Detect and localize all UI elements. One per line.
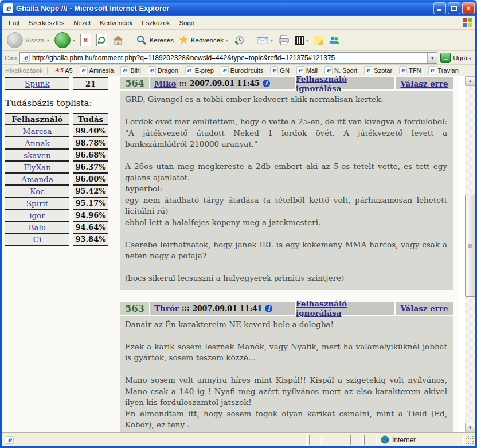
forward-dropdown-icon[interactable]: ▾ [73, 38, 75, 43]
info-icon[interactable]: i [263, 80, 270, 87]
resize-grip[interactable] [465, 435, 474, 445]
minimize-button[interactable] [433, 2, 446, 14]
mail-icon [257, 34, 268, 46]
links-bar-item-szotar[interactable]: eSzotar [364, 66, 392, 74]
address-url[interactable]: http://ghalla.pbm.hu/comment.php?q=11892… [30, 54, 427, 62]
links-bar-item-mail[interactable]: eMail [296, 66, 318, 74]
links-bar-item-eprep[interactable]: eE-prep [185, 66, 214, 74]
stop-button[interactable]: × [79, 33, 93, 48]
sidebar-link-spunk[interactable]: Spunk [25, 79, 49, 88]
menu-edit[interactable]: Szerkesztés [24, 18, 69, 28]
ignore-user-link[interactable]: Felhasználó ignorálása [296, 76, 394, 93]
user-link[interactable]: Spirit [26, 199, 48, 208]
menu-file[interactable]: Fájl [4, 18, 24, 28]
print-button[interactable] [276, 33, 291, 47]
sidebar-value: 21 [85, 80, 96, 88]
table-cell: 93.84% [73, 234, 108, 246]
reply-link[interactable]: Válasz erre [400, 79, 448, 88]
favorites-button[interactable]: ★ Kedvencek ▾ [177, 33, 230, 47]
table-cell: 96.00% [73, 174, 108, 186]
links-bar-item-bihi[interactable]: eBihi [120, 66, 140, 74]
table-cell: Annak [5, 137, 69, 150]
links-bar-item-a5[interactable]: A5A5 [54, 67, 72, 74]
user-link[interactable]: Balu [29, 223, 46, 232]
edit-dropdown-icon[interactable]: ▾ [306, 38, 308, 43]
toplist-title: Tudásbázis toplista: [5, 98, 108, 108]
menu-tools[interactable]: Eszközök [137, 18, 174, 28]
user-link[interactable]: Marcsa [23, 127, 52, 136]
scroll-down-button[interactable]: ▼ [465, 423, 475, 433]
post-number: 563 [120, 302, 149, 315]
scrollbar-track[interactable] [465, 86, 475, 423]
messenger-button[interactable] [327, 33, 342, 47]
status-page-panel: e [3, 435, 308, 445]
menu-favorites[interactable]: Kedvencek [95, 18, 137, 28]
post-header: 564 Miko ::: 2007.09.01 11:45 i Felhaszn… [120, 77, 453, 89]
table-cell: Marcsa [5, 125, 69, 137]
favorites-label: Kedvencek [191, 37, 224, 44]
maximize-icon [451, 6, 457, 11]
user-link[interactable]: FlyXan [24, 163, 51, 172]
refresh-button[interactable] [95, 33, 109, 48]
score-value: 95.17% [75, 199, 105, 207]
scroll-up-button[interactable]: ▲ [465, 76, 475, 86]
vertical-scrollbar[interactable]: ▲ ▼ [465, 76, 475, 433]
address-input[interactable]: e http://ghalla.pbm.hu/comment.php?q=118… [19, 52, 437, 64]
column-header-score: Tudás [73, 113, 108, 125]
status-cell [309, 435, 322, 445]
mail-button[interactable]: ▾ [255, 33, 275, 47]
links-bar-item-amnesia[interactable]: eAmnesia [80, 66, 114, 74]
info-icon[interactable]: i [265, 305, 272, 312]
author-link[interactable]: Miko [154, 79, 176, 88]
link-label: Travian [438, 67, 459, 74]
back-dropdown-icon[interactable]: ▾ [47, 38, 49, 43]
user-link[interactable]: skaven [24, 151, 50, 160]
toplist-table: Felhasználó Tudás Marcsa 99.40% Annak 98… [5, 113, 108, 246]
maximize-button[interactable] [448, 2, 460, 14]
scrollbar-thumb[interactable] [465, 195, 475, 297]
edit-button[interactable]: ▾ [293, 34, 310, 46]
table-cell: 95.42% [73, 186, 108, 198]
author-link[interactable]: Thrór [154, 304, 179, 313]
links-bar-item-tfn[interactable]: eTFN [399, 66, 421, 74]
discuss-button[interactable] [312, 34, 325, 46]
table-cell: Spirit [5, 198, 69, 210]
menu-view[interactable]: Nézet [69, 18, 95, 28]
home-button[interactable] [111, 33, 126, 47]
links-bar-item-travian[interactable]: eTravian [428, 66, 459, 74]
links-bar-item-dragon[interactable]: eDragon [148, 66, 178, 74]
link-label: E-prep [195, 67, 214, 74]
user-link[interactable]: igor [29, 211, 45, 220]
user-link[interactable]: Ci [33, 235, 42, 244]
back-button[interactable]: ← Vissza ▾ [5, 31, 51, 49]
mail-dropdown-icon[interactable]: ▾ [271, 38, 273, 43]
go-button[interactable]: → Ugrás [440, 53, 472, 63]
links-bar-item-nsport[interactable]: eN. Sport [324, 66, 357, 74]
home-icon [112, 34, 124, 46]
history-button[interactable] [232, 33, 247, 47]
reply-cell: Válasz erre [396, 77, 453, 89]
ie-page-icon: e [270, 66, 278, 74]
user-link[interactable]: Annak [25, 139, 49, 148]
links-bar-item-gn[interactable]: eGN [270, 66, 290, 74]
forward-icon: → [54, 32, 71, 48]
user-link[interactable]: Amanda [21, 175, 53, 184]
favorites-dropdown-icon[interactable]: ▾ [226, 38, 228, 43]
search-button[interactable]: Keresés [134, 33, 175, 47]
user-link[interactable]: Koc [30, 187, 44, 196]
ie-page-icon: e [185, 66, 193, 74]
ie-page-icon: e [22, 54, 30, 62]
reply-cell: Válasz erre [396, 302, 453, 315]
menu-help[interactable]: Súgó [174, 18, 199, 28]
ignore-user-link[interactable]: Felhasználó ignorálása [296, 299, 394, 317]
browser-window: e Ghalla Népe /// - Microsoft Internet E… [0, 0, 477, 448]
thumb-grip-icon [468, 244, 472, 248]
close-button[interactable]: × [462, 2, 475, 14]
link-label: Bihi [130, 67, 140, 74]
forward-button[interactable]: → ▾ [53, 31, 77, 49]
note-icon [314, 36, 323, 45]
forum-post-564: 564 Miko ::: 2007.09.01 11:45 i Felhaszn… [120, 77, 453, 290]
address-dropdown-button[interactable]: ▾ [427, 53, 437, 63]
links-bar-item-eurocircuits[interactable]: eEurocircuits [221, 66, 263, 74]
reply-link[interactable]: Válasz erre [400, 304, 448, 313]
